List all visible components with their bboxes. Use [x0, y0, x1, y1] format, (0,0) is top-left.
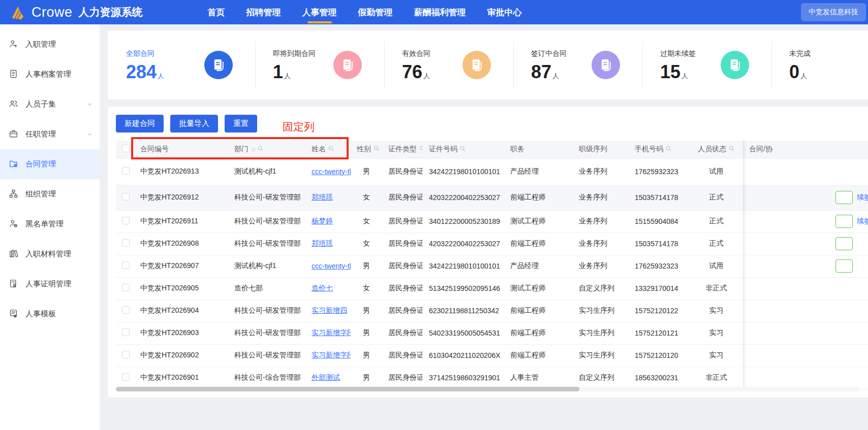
books-icon [9, 249, 18, 260]
employee-name-link[interactable]: 造价七 [312, 284, 333, 292]
top-nav-item-2[interactable]: 招聘管理 [246, 0, 281, 24]
search-icon[interactable] [326, 145, 334, 153]
row-checkbox[interactable] [122, 193, 130, 201]
reset-button[interactable]: 重置 [225, 115, 257, 133]
stat-value: 76 [402, 61, 422, 82]
cell-id_no: 342422198010100101 [423, 255, 504, 277]
row-checkbox[interactable] [122, 306, 130, 314]
horizontal-scrollbar-thumb[interactable] [116, 387, 579, 391]
sidebar-item[interactable]: 人事档案管理 [0, 59, 100, 89]
top-nav-item-6[interactable]: 审批中心 [487, 0, 522, 24]
sidebar-item[interactable]: 入职管理 [0, 29, 100, 59]
row-checkbox[interactable] [122, 239, 130, 247]
column-label: 性别 [357, 145, 371, 153]
column-header-rank: 职级序列 [573, 141, 629, 158]
row-checkbox[interactable] [122, 373, 130, 381]
employee-name-link[interactable]: 郑培瑶 [312, 193, 333, 201]
contract-action-button[interactable] [835, 191, 853, 204]
stat-unit: 人 [681, 72, 688, 80]
employee-name-link[interactable]: 杨梦婷 [312, 217, 333, 225]
search-icon[interactable] [371, 145, 380, 153]
row-checkbox[interactable] [122, 284, 130, 291]
stat-card[interactable]: 过期未续签 15人 [642, 42, 771, 88]
toolbar: 新建合同 批量导入 重置 [116, 115, 868, 133]
contract-action-button[interactable] [835, 237, 853, 250]
cell-gender: 女 [351, 210, 382, 233]
batch-import-button[interactable]: 批量导入 [170, 115, 218, 133]
sidebar-item[interactable]: 黑名单管理 [0, 209, 100, 239]
briefcase-icon [9, 129, 18, 140]
column-label: 姓名 [312, 145, 326, 153]
stat-text: 有效合同 76人 [402, 49, 430, 81]
sidebar-item[interactable]: 人员子集 [0, 89, 100, 119]
sidebar-item[interactable]: 人事模板 [0, 299, 100, 329]
sort-icon[interactable]: ↓↑ [251, 146, 255, 153]
row-select-cell [116, 367, 134, 389]
cell-gender: 男 [351, 344, 382, 367]
employee-name-link[interactable]: 外部测试 [312, 373, 340, 381]
app-title: 人力资源系统 [79, 5, 143, 19]
stat-card[interactable]: 即将到期合同 1人 [255, 42, 384, 88]
select-all-checkbox[interactable] [122, 145, 130, 152]
sidebar-item[interactable]: 组织管理 [0, 179, 100, 209]
top-nav-item-3[interactable]: 人事管理 [302, 0, 337, 24]
table-row: 中竞发HT2026908科技公司-研发管理部郑培瑶女居民身份证420322200… [116, 233, 868, 255]
stat-card[interactable]: 签订中合同 87人 [513, 42, 642, 88]
chevron-down-icon [87, 100, 92, 109]
row-checkbox[interactable] [122, 351, 130, 358]
stat-card[interactable]: 全部合同 284人 [126, 42, 255, 88]
employee-name-link[interactable]: 实习新增字段 [312, 328, 351, 337]
sidebar-item[interactable]: 合同管理 [0, 149, 100, 179]
employee-name-link[interactable]: ccc-twenty-th [312, 262, 351, 270]
search-icon[interactable] [457, 145, 466, 153]
sidebar-item[interactable]: 入职材料管理 [0, 239, 100, 269]
new-contract-button[interactable]: 新建合同 [116, 115, 164, 133]
chevron-down-icon [87, 130, 92, 139]
renew-link[interactable]: 续签 [857, 217, 868, 225]
cell-actions [743, 233, 868, 255]
search-icon[interactable] [726, 145, 735, 153]
stat-value-row: 1人 [273, 63, 316, 81]
column-header-phone: 手机号码 [629, 141, 690, 158]
sidebar-item[interactable]: 人事证明管理 [0, 269, 100, 299]
cell-id_no: 61030420211020206X [423, 344, 504, 367]
row-checkbox[interactable] [122, 328, 130, 336]
cell-gender: 男 [351, 255, 382, 277]
column-label: 合同/协 [749, 145, 772, 153]
column-label: 证件号码 [429, 145, 457, 153]
column-header-status: 人员状态 [690, 141, 743, 158]
top-nav-item-1[interactable]: 首页 [208, 0, 225, 24]
column-label: 职级序列 [579, 145, 607, 153]
cell-status: 非正式 [690, 277, 743, 300]
sidebar-item[interactable]: 任职管理 [0, 119, 100, 149]
stat-text: 未完成 0人 [789, 49, 811, 81]
employee-name-link[interactable]: 实习新增字段 [312, 351, 351, 359]
contract-stats-panel: 全部合同 284人即将到期合同 1人有效合同 76人签订中合同 87人过期未续签… [108, 30, 868, 100]
search-icon[interactable] [255, 145, 264, 153]
row-checkbox[interactable] [122, 217, 130, 224]
cell-rank: 业务序列 [573, 233, 629, 255]
row-checkbox[interactable] [122, 261, 130, 269]
top-nav-item-4[interactable]: 假勤管理 [358, 0, 393, 24]
stat-label: 签订中合同 [531, 49, 567, 58]
top-nav-item-5[interactable]: 薪酬福利管理 [414, 0, 466, 24]
row-checkbox[interactable] [122, 167, 130, 175]
employee-name-link[interactable]: 郑培瑶 [312, 239, 333, 247]
cell-phone: 15752120122 [629, 300, 690, 322]
user-minus-icon [9, 219, 18, 230]
tenant-button[interactable]: 中竞发信息科技 [801, 3, 866, 21]
cell-id_type: 居民身份证 [382, 300, 423, 322]
sidebar-item-label: 黑名单管理 [25, 219, 64, 229]
search-icon[interactable] [663, 145, 672, 153]
contract-action-button[interactable] [835, 215, 853, 228]
sidebar-item-label: 人事模板 [25, 309, 56, 319]
contract-action-button[interactable] [835, 259, 853, 273]
renew-link[interactable]: 续签 [857, 193, 868, 201]
employee-name-link[interactable]: 实习新增四 [312, 306, 347, 314]
stat-card[interactable]: 未完成 0人 [771, 42, 868, 88]
stat-card[interactable]: 有效合同 76人 [384, 42, 513, 88]
horizontal-scrollbar-track[interactable] [116, 387, 860, 391]
search-icon[interactable] [417, 145, 423, 153]
employee-name-link[interactable]: ccc-twenty-th [312, 168, 351, 176]
cell-job: 前端工程师 [504, 233, 573, 255]
